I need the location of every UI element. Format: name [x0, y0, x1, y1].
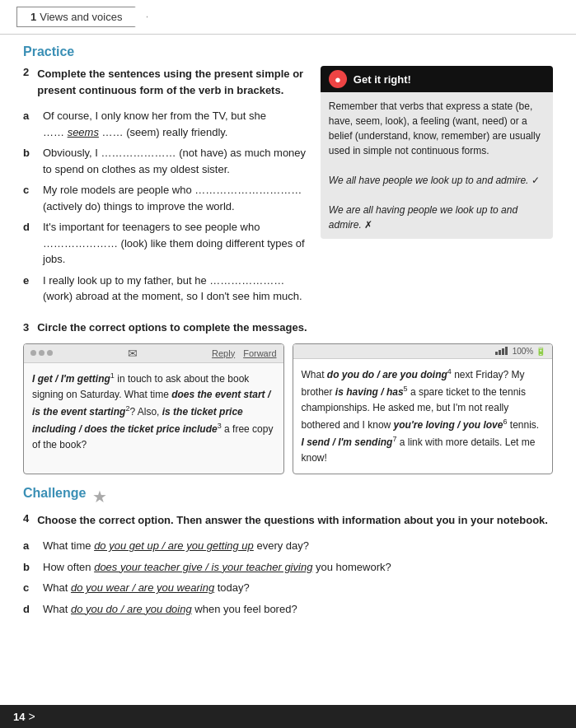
- item-text-a: What time do you get up / are you gettin…: [43, 538, 553, 554]
- list-item: a What time do you get up / are you gett…: [23, 538, 553, 554]
- get-it-right-title: Get it right!: [354, 73, 411, 86]
- exercise-4-block: 4 Choose the correct option. Then answer…: [23, 512, 553, 618]
- item-text-b: Obviously, I ………………… (not have) as much …: [43, 145, 307, 177]
- page-number: 14: [13, 711, 25, 723]
- get-it-right-icon: ●: [329, 70, 347, 88]
- item-label-a: a: [23, 108, 35, 124]
- list-item: a Of course, I only know her from the TV…: [23, 108, 307, 140]
- bar-1: [495, 352, 498, 355]
- exercise-2: 2 Complete the sentences using the prese…: [23, 66, 307, 305]
- get-it-right-box: ● Get it right! Remember that verbs that…: [321, 66, 553, 313]
- bar-2: [499, 350, 501, 355]
- exercise-2-instruction: Complete the sentences using the present…: [37, 66, 307, 98]
- practice-top-row: 2 Complete the sentences using the prese…: [23, 66, 553, 313]
- item-text-e: I really look up to my father, but he ………: [43, 273, 307, 305]
- right-phone: 100% 🔋 What do you do / are you doing4 n…: [293, 343, 554, 474]
- item-label-b: b: [23, 145, 35, 161]
- item-label-b: b: [23, 559, 35, 576]
- item-label-c: c: [23, 182, 35, 198]
- dot-1: [30, 350, 36, 356]
- left-phone-header: ✉ Reply Forward: [24, 344, 283, 363]
- right-phone-body: What do you do / are you doing4 next Fri…: [293, 359, 553, 474]
- left-phone-body: I get / I'm getting1 in touch to ask abo…: [24, 363, 283, 460]
- header-banner: 1 Views and voices: [0, 0, 576, 35]
- option-b: does your teacher give / is your teacher…: [94, 561, 312, 573]
- item-label-e: e: [23, 273, 35, 289]
- exercise-3-num: 3: [23, 321, 29, 334]
- chapter-label: 1 Views and voices: [16, 7, 148, 27]
- exercise-2-num: 2: [23, 66, 29, 103]
- right-phone-text: What do you do / are you doing4 next Fri…: [302, 366, 545, 467]
- chapter-title: Views and voices: [40, 11, 122, 23]
- item-text-b: How often does your teacher give / is yo…: [43, 559, 553, 576]
- get-it-right-text-1: Remember that verbs that express a state…: [329, 99, 545, 158]
- exercise-3-header: 3 Circle the correct options to complete…: [23, 321, 553, 338]
- item-text-d: It's important for teenagers to see peop…: [43, 219, 307, 268]
- list-item: e I really look up to my father, but he …: [23, 273, 307, 305]
- option-d: do you do / are you doing: [71, 603, 192, 615]
- get-it-right-body: Remember that verbs that express a state…: [321, 92, 553, 239]
- forward-link[interactable]: Forward: [243, 348, 276, 358]
- list-item: c My role models are people who ………………………: [23, 182, 307, 214]
- bar-4: [505, 347, 508, 355]
- get-it-right-header: ● Get it right!: [321, 66, 553, 92]
- option-c: do you wear / are you wearing: [71, 581, 214, 594]
- get-it-right-text-3: We are all having people we look up to a…: [329, 203, 545, 232]
- exercise-2-header: 2 Complete the sentences using the prese…: [23, 66, 307, 103]
- star-icon: ★: [92, 487, 107, 506]
- option-a: do you get up / are you getting up: [94, 539, 254, 552]
- battery-icon: 100% 🔋: [513, 347, 546, 356]
- list-item: c What do you wear / are you wearing tod…: [23, 580, 553, 596]
- phone-actions: Reply Forward: [212, 348, 276, 358]
- item-text-a: Of course, I only know her from the TV, …: [43, 108, 307, 140]
- item-text-d: What do you do / are you doing when you …: [43, 601, 553, 618]
- list-item: d It's important for teenagers to see pe…: [23, 219, 307, 268]
- messages-container: ✉ Reply Forward I get / I'm getting1 in …: [23, 343, 553, 474]
- exercise-4-header: 4 Choose the correct option. Then answer…: [23, 512, 553, 534]
- challenge-header: Challenge ★: [23, 486, 553, 507]
- left-phone-text: I get / I'm getting1 in touch to ask abo…: [32, 370, 275, 454]
- practice-title: Practice: [23, 44, 553, 59]
- item-label-d: d: [23, 601, 35, 618]
- right-phone-header: 100% 🔋: [293, 344, 553, 359]
- dot-3: [47, 350, 53, 356]
- item-label-c: c: [23, 580, 35, 596]
- list-item: b How often does your teacher give / is …: [23, 559, 553, 576]
- exercise-4-num: 4: [23, 512, 29, 525]
- list-item: b Obviously, I ………………… (not have) as muc…: [23, 145, 307, 177]
- chapter-number: 1: [30, 11, 36, 23]
- get-it-right-text-2: We all have people we look up to and adm…: [329, 173, 545, 188]
- exercise-4-items: a What time do you get up / are you gett…: [23, 538, 553, 617]
- exercise-4-instruction: Choose the correct option. Then answer t…: [37, 512, 548, 529]
- exercise-2-block: 2 Complete the sentences using the prese…: [23, 66, 307, 313]
- item-label-a: a: [23, 538, 35, 554]
- list-item: d What do you do / are you doing when yo…: [23, 601, 553, 618]
- dot-2: [39, 350, 44, 356]
- exercise-2-items: a Of course, I only know her from the TV…: [23, 108, 307, 305]
- item-text-c: What do you wear / are you wearing today…: [43, 580, 553, 596]
- exercise-3-block: 3 Circle the correct options to complete…: [23, 321, 553, 474]
- page-arrow-icon: >: [28, 710, 35, 723]
- challenge-title: Challenge: [23, 486, 86, 501]
- get-it-right-container: ● Get it right! Remember that verbs that…: [321, 66, 553, 239]
- item-text-c: My role models are people who ……………………………: [43, 182, 307, 214]
- footer-bar: 14 >: [0, 705, 576, 728]
- bar-3: [502, 348, 504, 355]
- envelope-icon: ✉: [128, 347, 138, 360]
- signal-bars: [495, 347, 508, 355]
- left-phone: ✉ Reply Forward I get / I'm getting1 in …: [23, 343, 284, 474]
- exercise-3-instruction: Circle the correct options to complete t…: [37, 321, 307, 334]
- challenge-section: Challenge ★ 4 Choose the correct option.…: [23, 486, 553, 618]
- phone-dots: [30, 350, 53, 356]
- item-label-d: d: [23, 219, 35, 236]
- main-content: Practice 2 Complete the sentences using …: [0, 35, 576, 642]
- reply-link[interactable]: Reply: [212, 348, 235, 358]
- answer-a: seems: [68, 126, 99, 138]
